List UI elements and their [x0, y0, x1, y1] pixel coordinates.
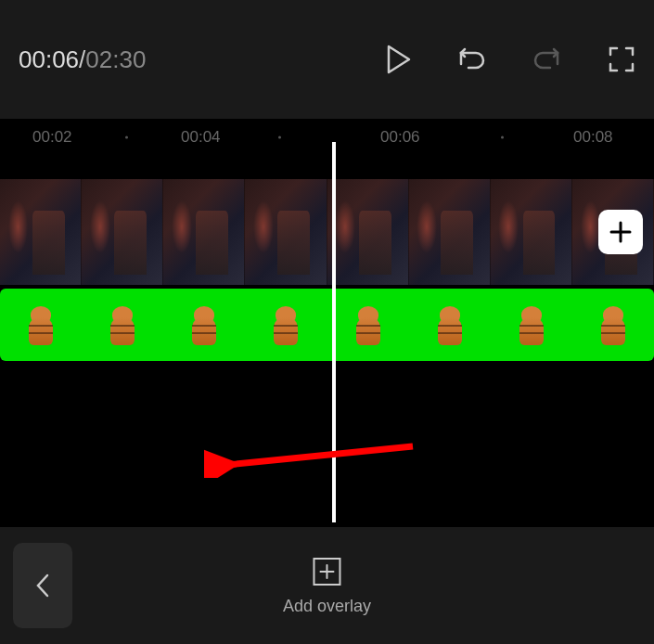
ruler-mark: 00:04 [181, 128, 221, 147]
redo-button[interactable] [532, 45, 563, 73]
plus-icon [609, 220, 633, 244]
back-button[interactable] [13, 543, 72, 628]
timeline-area[interactable] [0, 179, 654, 550]
expand-icon [608, 45, 635, 73]
video-clip-thumbnail [327, 179, 409, 285]
time-display: 00:06/02:30 [19, 45, 146, 74]
video-clip-thumbnail [0, 179, 82, 285]
playback-controls [385, 45, 635, 74]
add-clip-button[interactable] [598, 210, 643, 254]
fullscreen-button[interactable] [608, 45, 635, 73]
ruler-dot [278, 136, 281, 139]
video-clip-thumbnail [245, 179, 327, 285]
play-icon [385, 45, 411, 74]
overlay-clip-thumbnail [163, 289, 245, 361]
overlay-clip-thumbnail [491, 289, 572, 361]
add-overlay-icon [312, 556, 343, 587]
video-clip-thumbnail [163, 179, 245, 285]
overlay-clip-thumbnail [82, 289, 163, 361]
play-button[interactable] [385, 45, 411, 74]
current-time: 00:06 [19, 45, 79, 73]
undo-icon [455, 45, 487, 73]
overlay-clip-thumbnail [327, 289, 409, 361]
video-clip-thumbnail [409, 179, 491, 285]
redo-icon [532, 45, 563, 73]
playback-toolbar: 00:06/02:30 [0, 0, 654, 119]
overlay-clip-thumbnail [245, 289, 327, 361]
add-overlay-label: Add overlay [283, 597, 371, 616]
ruler-mark: 00:08 [573, 128, 613, 147]
overlay-clip-thumbnail [572, 289, 654, 361]
ruler-dot [125, 136, 128, 139]
overlay-track[interactable] [0, 289, 654, 361]
chevron-left-icon [34, 572, 51, 599]
total-time: 02:30 [85, 45, 146, 73]
undo-button[interactable] [455, 45, 487, 73]
timeline-ruler[interactable]: 00:02 00:04 00:06 00:08 [0, 119, 654, 156]
ruler-dot [501, 136, 504, 139]
overlay-clip-thumbnail [0, 289, 82, 361]
video-clip-thumbnail [491, 179, 572, 285]
add-overlay-button[interactable]: Add overlay [283, 556, 371, 616]
ruler-mark: 00:02 [32, 128, 72, 147]
overlay-clip-thumbnail [409, 289, 491, 361]
main-video-track[interactable] [0, 179, 654, 285]
bottom-toolbar: Add overlay [0, 527, 654, 644]
ruler-mark: 00:06 [380, 128, 420, 147]
svg-line-0 [227, 446, 413, 465]
video-clip-thumbnail [82, 179, 163, 285]
annotation-arrow [204, 437, 417, 478]
